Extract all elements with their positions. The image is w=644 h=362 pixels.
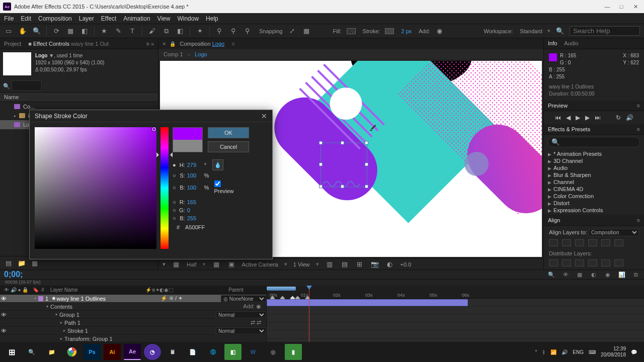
pan-behind-tool-icon[interactable]: ◧ — [80, 27, 89, 36]
stroke-width[interactable]: 2 px — [401, 28, 412, 34]
dist-5-icon[interactable] — [601, 259, 610, 266]
camera-tool-icon[interactable]: ▦ — [66, 27, 75, 36]
lock-icon[interactable]: 🔒 — [170, 41, 176, 47]
exposure-value[interactable]: +0.0 — [400, 261, 412, 267]
camtasia-icon[interactable]: ◧ — [224, 344, 242, 360]
hue-value[interactable]: 279 — [187, 162, 202, 168]
snapshot-icon[interactable]: 📷 — [370, 260, 379, 269]
close-tab-icon[interactable]: × — [163, 41, 166, 47]
keyboard-icon[interactable]: ⌨ — [589, 349, 596, 355]
menu-animation[interactable]: Animation — [123, 15, 150, 22]
menu-composition[interactable]: Composition — [38, 15, 72, 22]
tab-align[interactable]: Align — [548, 217, 560, 223]
workspace-value[interactable]: Standard — [520, 28, 542, 34]
dist-4-icon[interactable] — [588, 259, 597, 266]
app-icon[interactable]: ◎ — [265, 344, 282, 360]
shape-tool-icon[interactable]: ★ — [100, 27, 109, 36]
align-target-select[interactable]: Composition — [589, 229, 639, 236]
name-column-header[interactable]: Name — [4, 94, 19, 100]
chrome-icon[interactable] — [63, 344, 80, 360]
menu-layer[interactable]: Layer — [79, 15, 94, 22]
app-icon[interactable]: ◔ — [144, 344, 161, 360]
effects-category[interactable]: ▶* Animation Presets — [544, 150, 644, 157]
menu-effect[interactable]: Effect — [101, 15, 116, 22]
align-hcenter-icon[interactable] — [562, 239, 571, 246]
tl-draft3d-icon[interactable]: ▦ — [576, 270, 584, 279]
tl-motionblur-icon[interactable]: ◉ — [604, 270, 612, 279]
fast-previews-icon[interactable]: ▤ — [340, 260, 349, 269]
mask-icon[interactable]: ▣ — [227, 260, 236, 269]
type-tool-icon[interactable]: T — [128, 27, 137, 36]
hue-slider[interactable] — [160, 127, 169, 249]
layer-row[interactable]: 👁 ▾ 1 ★ wavy line 1 Outlines ⚡ ※ / ✦ ◎ N… — [0, 295, 266, 303]
blue-value-rgb[interactable]: 255 — [187, 215, 202, 221]
mute-icon[interactable]: 🔊 — [626, 114, 633, 121]
resolution-icon[interactable]: ▦ — [172, 260, 181, 269]
dist-2-icon[interactable] — [562, 259, 571, 266]
saturation-value[interactable]: 100 — [187, 172, 202, 178]
pixel-aspect-icon[interactable]: ▥ — [325, 260, 334, 269]
tab-preview[interactable]: Preview — [548, 103, 568, 109]
camera-dropdown[interactable]: Active Camera — [242, 261, 278, 267]
snapping-label[interactable]: Snapping — [259, 28, 283, 34]
search-help-input[interactable] — [570, 26, 640, 36]
blend-mode-select[interactable]: Normal — [216, 327, 266, 334]
effects-category[interactable]: ▶Audio — [544, 164, 644, 171]
tab-audio[interactable]: Audio — [564, 40, 578, 46]
maximize-button[interactable]: □ — [618, 3, 625, 10]
volume-icon[interactable]: 🔊 — [561, 349, 568, 355]
effects-category[interactable]: ▶Blur & Sharpen — [544, 171, 644, 178]
roto-tool-icon[interactable]: ✦ — [195, 27, 204, 36]
language-indicator[interactable]: ENG — [573, 349, 584, 355]
hand-tool-icon[interactable]: ✋ — [18, 27, 27, 36]
illustrator-icon[interactable]: Ai — [104, 344, 121, 360]
system-clock[interactable]: 12:3920/08/2018 — [601, 346, 626, 358]
tl-graph-icon[interactable]: 📊 — [618, 270, 626, 279]
eraser-tool-icon[interactable]: ◧ — [176, 27, 185, 36]
network-icon[interactable]: 📶 — [550, 349, 556, 355]
tab-project[interactable]: Project — [4, 41, 21, 47]
loop-icon[interactable]: ↻ — [616, 114, 621, 121]
interpret-footage-icon[interactable]: ▤ — [4, 258, 13, 267]
calculator-icon[interactable]: 🖩 — [164, 344, 181, 360]
word-icon[interactable]: W — [245, 344, 262, 360]
align-vcenter-icon[interactable] — [601, 239, 610, 246]
current-time[interactable]: 0;00; — [4, 270, 34, 279]
green-value[interactable]: 0 — [187, 207, 202, 213]
skype-icon[interactable]: Ⓢ — [204, 344, 221, 360]
tl-search-icon[interactable]: 🔍 — [547, 270, 555, 279]
photoshop-icon[interactable]: Ps — [84, 344, 101, 360]
cancel-button[interactable]: Cancel — [208, 141, 249, 152]
dist-1-icon[interactable] — [549, 259, 558, 266]
blend-mode-select[interactable]: Normal — [216, 311, 266, 318]
layer-prop-row[interactable]: 👁▸Stroke 1Normal — [0, 327, 266, 335]
channel-icon[interactable]: ◐ — [385, 260, 394, 269]
layer-prop-row[interactable]: ▾ContentsAdd: ◉ — [0, 303, 266, 311]
view-dropdown[interactable]: 1 View — [293, 261, 310, 267]
pen-tool-icon[interactable]: ✎ — [114, 27, 123, 36]
tab-effect-controls[interactable]: ■ Effect Controls wavy line 1 Out — [28, 41, 109, 47]
dist-6-icon[interactable] — [614, 259, 623, 266]
timecode-icon[interactable]: ⊞ — [355, 260, 364, 269]
brightness-value[interactable]: 100 — [187, 185, 202, 191]
menu-window[interactable]: Window — [177, 15, 199, 22]
composition-tab[interactable]: Composition Logo — [180, 41, 224, 47]
prev-frame-icon[interactable]: ◀ — [566, 114, 571, 121]
snapping-grid-icon[interactable]: ▦ — [302, 27, 311, 36]
puppet-tool3-icon[interactable]: ⚲ — [243, 27, 252, 36]
bluetooth-icon[interactable]: ᛒ — [542, 349, 545, 355]
hex-value[interactable]: A500FF — [185, 224, 205, 230]
effects-category[interactable]: ▶Expression Controls — [544, 207, 644, 214]
brush-tool-icon[interactable]: 🖌 — [147, 27, 156, 36]
align-left-icon[interactable] — [549, 239, 558, 246]
ok-button[interactable]: OK — [208, 127, 249, 138]
fill-swatch[interactable] — [347, 28, 356, 34]
add-menu-icon[interactable]: ◉ — [435, 27, 444, 36]
tl-shy-icon[interactable]: 👁 — [561, 270, 570, 279]
tray-up-icon[interactable]: ˄ — [535, 349, 537, 355]
effects-category[interactable]: ▶Distort — [544, 200, 644, 207]
snapping-icon[interactable]: ⤢ — [288, 27, 297, 36]
file-explorer-icon[interactable]: 📁 — [43, 344, 60, 360]
dist-3-icon[interactable] — [575, 259, 584, 266]
selection-tool-icon[interactable]: ▭ — [4, 27, 13, 36]
